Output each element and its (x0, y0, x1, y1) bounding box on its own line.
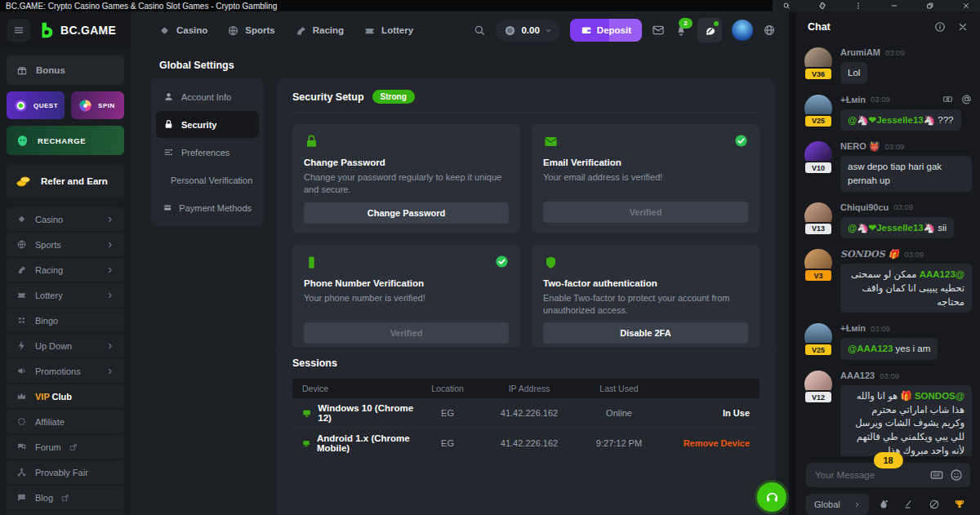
extensions-icon[interactable] (818, 2, 826, 10)
chevron-right-icon (106, 215, 114, 224)
security-card: Two-factor authentication Enable Two-fac… (532, 245, 760, 354)
sidebar-item[interactable]: Provably Fair (7, 460, 124, 484)
card-action-button[interactable]: Change Password (304, 202, 509, 224)
chat-settings-button[interactable] (899, 499, 920, 510)
sidebar-item[interactable]: Promotions (7, 359, 124, 383)
chat-message: V12 AAA123 03:09 @SONDOS 🎁 هو انا والله … (804, 369, 972, 456)
chevron-right-icon (106, 291, 114, 300)
sports-ball-icon (227, 24, 239, 37)
lock-icon (304, 134, 319, 149)
chat-username[interactable]: NERO 👹 (840, 141, 880, 152)
language-button[interactable] (763, 24, 776, 37)
chevron-right-icon (106, 241, 114, 249)
bc-game-window: BC.GAME: Crypto Casino Games & Casino Sl… (0, 0, 980, 515)
chat-toggle-button[interactable] (697, 18, 722, 42)
mention-link[interactable]: @AAA123 (848, 344, 893, 353)
nav-item[interactable]: Casino (158, 24, 207, 37)
shield-icon (543, 255, 559, 270)
emoji-icon[interactable] (950, 468, 963, 482)
brand-logo[interactable]: BC.GAME (38, 21, 116, 39)
chat-username[interactable]: +Ɫмin (840, 95, 866, 104)
mention-link[interactable]: @AAA123 (920, 269, 964, 279)
sports-ball-icon (16, 239, 27, 250)
chevron-right-icon (106, 266, 114, 274)
settings-tab[interactable]: Preferences (156, 139, 259, 166)
notifications-button[interactable]: 2 (675, 24, 688, 37)
mention-link[interactable]: @🦄❤Jesselle13🦄 (848, 223, 935, 233)
sidebar-item[interactable]: Sport Betting Insig... (7, 511, 124, 515)
message-input[interactable] (813, 469, 924, 481)
deposit-button[interactable]: Deposit (570, 19, 642, 42)
chat-close-icon[interactable] (957, 21, 969, 33)
chat-username[interactable]: Chiqui90cu (840, 202, 889, 212)
settings-tab[interactable]: Account Info (156, 83, 259, 110)
unread-count-badge[interactable]: 18 (873, 452, 902, 468)
hide-amounts-button[interactable] (924, 499, 945, 510)
gif-icon[interactable]: GIF (930, 468, 943, 482)
recharge-button[interactable]: RECHARGE (7, 126, 124, 155)
rain-button[interactable] (874, 499, 894, 510)
nav-item[interactable]: Sports (227, 24, 274, 37)
chat-username[interactable]: +Ɫмin (840, 323, 866, 333)
minimize-icon[interactable] (890, 2, 898, 10)
settings-tab[interactable]: Payment Methods (156, 194, 259, 221)
maximize-icon[interactable] (926, 2, 934, 10)
nav-item[interactable]: Racing (295, 24, 344, 37)
crown-icon (16, 391, 27, 402)
chat-room-selector[interactable]: Global (806, 494, 869, 515)
search-icon (473, 24, 486, 37)
verified-check-icon (734, 134, 748, 148)
sidebar-item[interactable]: Racing (7, 258, 124, 282)
mention-icon[interactable] (961, 94, 972, 104)
leaderboard-button[interactable] (950, 499, 970, 510)
refer-and-earn-button[interactable]: Refer and Earn (7, 165, 124, 198)
support-button[interactable] (757, 482, 786, 512)
chat-rules-info-icon[interactable] (934, 21, 946, 33)
sidebar-item[interactable]: Casino (7, 207, 124, 231)
mention-link[interactable]: @🦄❤Jesselle13🦄 (848, 115, 935, 125)
browser-menu-icon[interactable] (854, 2, 862, 10)
session-action[interactable]: Remove Device (660, 438, 750, 448)
sidebar-item[interactable]: VIP Club (7, 384, 124, 408)
zoom-icon[interactable] (782, 2, 791, 10)
sidebar-item[interactable]: Up Down (7, 334, 124, 357)
tip-icon[interactable] (942, 94, 953, 104)
nav-item[interactable]: Lottery (363, 24, 413, 37)
sidebar-toggle-button[interactable] (7, 19, 30, 42)
sidebar-item-bonus[interactable]: Bonus (7, 55, 124, 85)
sidebar-item[interactable]: Blog (7, 486, 124, 509)
forum-icon (16, 442, 27, 452)
session-action[interactable]: In Use (660, 408, 750, 418)
chat-username[interactable]: SONDOS 🎁 (840, 249, 899, 260)
user-avatar[interactable] (732, 20, 753, 41)
card-action-button[interactable]: Disable 2FA (543, 322, 748, 344)
settings-tab[interactable]: Personal Verification (156, 166, 259, 193)
sessions-panel: Sessions Device Location IP Address Last… (276, 347, 776, 515)
search-button[interactable] (473, 24, 486, 37)
sidebar-item[interactable]: Lottery (7, 283, 124, 307)
casino-chip-icon (16, 214, 27, 224)
hamburger-icon (13, 24, 24, 36)
headset-icon (765, 491, 779, 504)
settings-nav: Account Info Security Preferences Person… (151, 78, 264, 226)
sidebar-item[interactable]: Bingo (7, 309, 124, 332)
chat-bubble: @AAA123 yes i am (840, 338, 938, 360)
wallet-balance[interactable]: 0.00 (496, 20, 559, 42)
quest-button[interactable]: QUEST (7, 91, 65, 119)
messages-button[interactable] (652, 24, 665, 37)
chat-message: V25 +Ɫмin 03:09 @🦄❤Jesselle13🦄 ??? (804, 93, 972, 131)
close-window-icon[interactable] (962, 2, 970, 10)
settings-tab[interactable]: Security (156, 111, 259, 138)
vip-level-badge: V3 (805, 270, 831, 281)
sidebar-item[interactable]: Forum (7, 435, 124, 459)
chat-username[interactable]: AAA123 (840, 371, 875, 380)
sidebar-item[interactable]: Affiliate (7, 410, 124, 433)
chat-bubble: @🦄❤Jesselle13🦄 sii (840, 217, 954, 239)
mention-link[interactable]: @SONDOS 🎁 (900, 391, 964, 401)
chat-bubble: Lol (840, 62, 867, 84)
sidebar-item[interactable]: Sports (7, 233, 124, 256)
card-title: Email Verification (543, 158, 748, 167)
security-strength-badge: Strong (372, 90, 415, 104)
spin-button[interactable]: SPIN (71, 91, 124, 119)
chat-username[interactable]: ArumiAM (840, 47, 880, 57)
